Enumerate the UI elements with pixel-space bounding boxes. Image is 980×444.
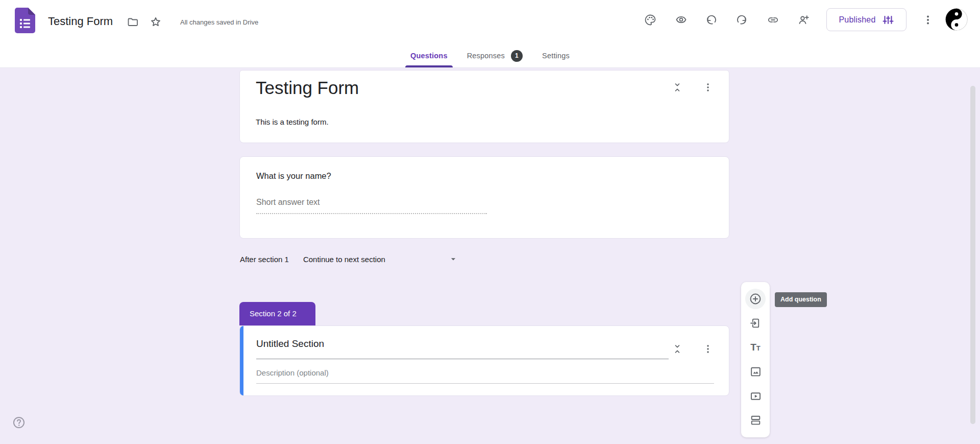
unfold-less-icon [672,81,683,94]
add-video-button[interactable] [745,386,766,406]
add-collaborators-button[interactable] [792,9,815,31]
theme-button[interactable] [639,9,662,31]
tab-questions-label: Questions [410,52,448,60]
selected-card-indicator [240,326,243,395]
section-description-underline [256,383,714,384]
more-vert-icon [702,343,714,355]
import-questions-icon [749,317,762,330]
undo-button[interactable] [700,9,723,31]
responses-count-badge: 1 [511,50,523,62]
preview-button[interactable] [670,9,692,31]
help-icon [12,416,26,429]
section-description-input[interactable]: Description (optional) [256,368,329,377]
tab-responses[interactable]: Responses 1 [457,44,532,67]
collapse-section-button[interactable] [667,339,688,359]
question-card[interactable]: What is your name? Short answer text [239,156,729,239]
tab-questions[interactable]: Questions [401,44,457,67]
save-status[interactable]: All changes saved in Drive [180,18,258,26]
more-vert-icon [702,81,714,94]
question-text[interactable]: What is your name? [256,171,331,181]
after-section-selected-value: Continue to next section [303,255,385,264]
person-add-icon [797,14,810,26]
image-icon [749,365,762,378]
dropdown-arrow-icon [448,254,458,264]
question-toolbar: TT [741,282,770,437]
star-icon [150,16,162,28]
help-button[interactable] [11,415,27,430]
add-question-button[interactable] [745,289,766,309]
account-avatar[interactable] [945,8,968,31]
add-section-icon [749,414,762,427]
undo-icon [705,14,718,26]
redo-button[interactable] [730,9,753,31]
palette-icon [644,14,656,26]
import-questions-button[interactable] [745,313,766,334]
add-image-button[interactable] [745,362,766,382]
form-description-input[interactable]: This is a testing form. [256,118,329,126]
app-header: Testing Form All changes saved in Drive [0,0,980,68]
short-answer-placeholder: Short answer text [256,198,320,207]
section-menu-button[interactable] [698,339,718,359]
eye-icon [675,14,688,26]
published-button[interactable]: Published [826,8,906,31]
more-vert-icon [922,14,934,26]
add-section-button[interactable] [745,410,766,431]
short-answer-underline [256,213,487,214]
after-section-label: After section 1 [240,255,289,264]
tab-bar: Questions Responses 1 Settings [0,44,980,67]
forms-logo[interactable] [15,8,35,33]
tab-settings[interactable]: Settings [532,44,579,67]
publish-settings-icon [882,14,894,26]
after-section-select[interactable]: Continue to next section [302,251,459,267]
more-options-button[interactable] [917,9,939,31]
section-title-underline [256,359,669,359]
forms-logo-icon [15,8,35,33]
vertical-scrollbar[interactable] [970,86,975,424]
after-section-row: After section 1 Continue to next section [240,250,459,268]
link-icon [767,14,779,26]
tab-responses-label: Responses [467,52,505,60]
collapse-title-card-button[interactable] [667,77,688,98]
document-title[interactable]: Testing Form [48,15,113,28]
folder-icon [127,16,139,28]
active-tab-underline [405,65,453,67]
section-card[interactable]: Untitled Section Description (optional) [239,325,729,396]
form-title-input[interactable]: Testing Form [256,78,359,98]
title-text-icon: TT [750,343,761,352]
title-card-menu-button[interactable] [698,77,718,98]
section-header-badge: Section 2 of 2 [239,302,315,325]
section-title-input[interactable]: Untitled Section [256,338,324,349]
redo-icon [736,14,748,26]
star-button[interactable] [146,13,165,31]
add-circle-icon [749,292,762,306]
form-title-card[interactable]: Testing Form This is a testing form. [239,70,729,143]
video-icon [749,390,762,403]
tab-settings-label: Settings [542,52,570,60]
copy-link-button[interactable] [762,9,784,31]
add-question-tooltip: Add question [775,292,827,307]
yin-yang-avatar-icon [945,8,968,31]
unfold-less-icon [672,343,683,355]
move-to-folder-button[interactable] [124,13,142,31]
add-title-description-button[interactable]: TT [745,337,766,358]
published-label: Published [839,15,875,25]
